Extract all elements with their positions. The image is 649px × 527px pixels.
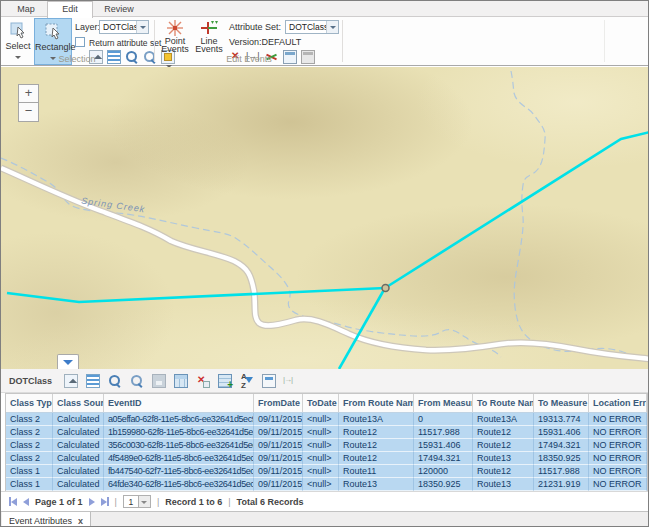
sort-records-icon[interactable] [240, 374, 254, 388]
table-row[interactable]: Class 2Calculated4f5489e0-62f8-11e5-8bc6… [6, 452, 647, 465]
table-row[interactable]: Class 2Calculated1b159980-62f8-11e5-8bc6… [6, 426, 647, 439]
next-page-button[interactable] [89, 498, 95, 506]
table-cell[interactable]: Calculated [53, 478, 104, 491]
add-record-icon[interactable] [218, 374, 232, 388]
zoom-to-selected-record-icon[interactable] [108, 374, 122, 388]
table-cell[interactable]: 15931.406 [414, 439, 473, 452]
tab-edit[interactable]: Edit [47, 1, 93, 18]
table-cell[interactable]: <null> [303, 439, 339, 452]
table-cell[interactable]: Route12 [473, 439, 534, 452]
table-cell[interactable]: 64fde340-62f8-11e5-8bc6-ee32641d5ec9 [104, 478, 254, 491]
table-cell[interactable]: <null> [303, 413, 339, 426]
table-cell[interactable]: 17494.321 [534, 439, 589, 452]
table-cell[interactable]: NO ERROR [589, 452, 647, 465]
table-cell[interactable]: 18350.925 [414, 478, 473, 491]
zoom-out-button[interactable]: − [18, 103, 39, 122]
table-cell[interactable]: Class 1 [6, 465, 53, 478]
column-header-fromdate[interactable]: FromDate [254, 394, 303, 412]
table-cell[interactable]: Route12 [473, 426, 534, 439]
column-header-to-measure[interactable]: To Measure [534, 394, 589, 412]
pan-to-selected-record-icon[interactable] [130, 374, 144, 388]
chevron-down-icon[interactable] [139, 495, 151, 508]
route-junction-marker[interactable] [382, 285, 389, 292]
table-cell[interactable]: Route13 [339, 478, 414, 491]
save-edits-icon[interactable] [152, 374, 166, 388]
table-cell[interactable]: 15931.406 [534, 426, 589, 439]
table-cell[interactable]: 356c0030-62f8-11e5-8bc6-ee32641d5ec9 [104, 439, 254, 452]
table-cell[interactable]: NO ERROR [589, 465, 647, 478]
table-cell[interactable]: 11517.988 [414, 426, 473, 439]
attribute-set-dropdown[interactable]: DOTClass [285, 20, 339, 34]
column-header-todate[interactable]: ToDate [303, 394, 339, 412]
table-row[interactable]: Class 2Calculated356c0030-62f8-11e5-8bc6… [6, 439, 647, 452]
table-row[interactable]: Class 2Calculateda05effa0-62f8-11e5-8bc6… [6, 413, 647, 426]
table-cell[interactable]: NO ERROR [589, 426, 647, 439]
table-cell[interactable]: Calculated [53, 439, 104, 452]
column-header-from-measure[interactable]: From Measure [414, 394, 473, 412]
table-row[interactable]: Class 1Calculatedfb447540-62f7-11e5-8bc6… [6, 465, 647, 478]
table-cell[interactable]: 11517.988 [534, 465, 589, 478]
table-cell[interactable]: NO ERROR [589, 439, 647, 452]
close-icon[interactable]: x [78, 517, 83, 526]
table-cell[interactable]: <null> [303, 465, 339, 478]
select-records-icon[interactable] [64, 374, 78, 388]
table-cell[interactable]: Calculated [53, 426, 104, 439]
event-line-south[interactable] [339, 288, 385, 369]
table-cell[interactable]: a05effa0-62f8-11e5-8bc6-ee32641d5ec9 [104, 413, 254, 426]
table-cell[interactable]: 120000 [414, 465, 473, 478]
table-cell[interactable]: 09/11/2015 [254, 426, 303, 439]
table-cell[interactable]: <null> [303, 452, 339, 465]
column-header-from-route-name[interactable]: From Route Name [339, 394, 414, 412]
table-cell[interactable]: 0 [414, 413, 473, 426]
table-cell[interactable]: Route13 [473, 478, 534, 491]
first-page-button[interactable] [9, 497, 17, 506]
layer-dropdown[interactable]: DOTClass [99, 20, 149, 34]
chevron-down-icon[interactable] [326, 21, 338, 33]
view-form-icon[interactable] [262, 374, 276, 388]
column-header-location-error[interactable]: Location Error [589, 394, 647, 412]
table-cell[interactable]: <null> [303, 426, 339, 439]
previous-page-button[interactable] [23, 498, 29, 506]
table-cell[interactable]: Class 1 [6, 478, 53, 491]
column-header-class-source[interactable]: Class Source [53, 394, 104, 412]
table-cell[interactable]: 21231.919 [534, 478, 589, 491]
return-attribute-set-checkbox[interactable] [75, 37, 85, 47]
column-header-to-route-name[interactable]: To Route Name [473, 394, 534, 412]
column-header-eventid[interactable]: EventID [104, 394, 254, 412]
tab-event-attributes[interactable]: Event Attributes x [2, 512, 91, 527]
table-cell[interactable]: Route13A [339, 413, 414, 426]
table-cell[interactable]: Class 2 [6, 413, 53, 426]
table-cell[interactable]: Class 2 [6, 452, 53, 465]
table-cell[interactable]: Calculated [53, 452, 104, 465]
map-canvas[interactable]: Spring Creek + − [1, 67, 649, 369]
column-header-class-type[interactable]: Class Type [6, 394, 53, 412]
table-cell[interactable]: 19313.774 [534, 413, 589, 426]
page-select[interactable]: 1 [123, 495, 151, 508]
table-cell[interactable]: 09/11/2015 [254, 413, 303, 426]
table-cell[interactable]: Route12 [339, 439, 414, 452]
clear-selection-icon[interactable] [196, 374, 210, 388]
table-cell[interactable]: Route12 [339, 452, 414, 465]
tab-map[interactable]: Map [7, 3, 45, 17]
table-cell[interactable]: Route12 [339, 426, 414, 439]
resize-columns-icon[interactable] [284, 374, 298, 388]
panel-collapse-button[interactable] [57, 354, 79, 369]
table-row[interactable]: Class 1Calculated64fde340-62f8-11e5-8bc6… [6, 478, 647, 491]
show-selection-icon[interactable] [86, 374, 100, 388]
table-cell[interactable]: fb447540-62f7-11e5-8bc6-ee32641d5ec9 [104, 465, 254, 478]
table-cell[interactable]: Class 2 [6, 439, 53, 452]
table-cell[interactable]: Class 2 [6, 426, 53, 439]
tab-review[interactable]: Review [95, 3, 143, 17]
chevron-down-icon[interactable] [136, 21, 148, 33]
last-page-button[interactable] [101, 497, 109, 506]
table-cell[interactable]: 17494.321 [414, 452, 473, 465]
table-cell[interactable]: NO ERROR [589, 413, 647, 426]
table-cell[interactable]: 1b159980-62f8-11e5-8bc6-ee32641d5ec9 [104, 426, 254, 439]
table-cell[interactable]: Calculated [53, 413, 104, 426]
event-line-west[interactable] [7, 288, 385, 302]
table-cell[interactable]: 09/11/2015 [254, 465, 303, 478]
table-cell[interactable]: 4f5489e0-62f8-11e5-8bc6-ee32641d5ec9 [104, 452, 254, 465]
table-cell[interactable]: Route13 [473, 452, 534, 465]
table-cell[interactable]: Calculated [53, 465, 104, 478]
switch-table-icon[interactable] [174, 374, 188, 388]
